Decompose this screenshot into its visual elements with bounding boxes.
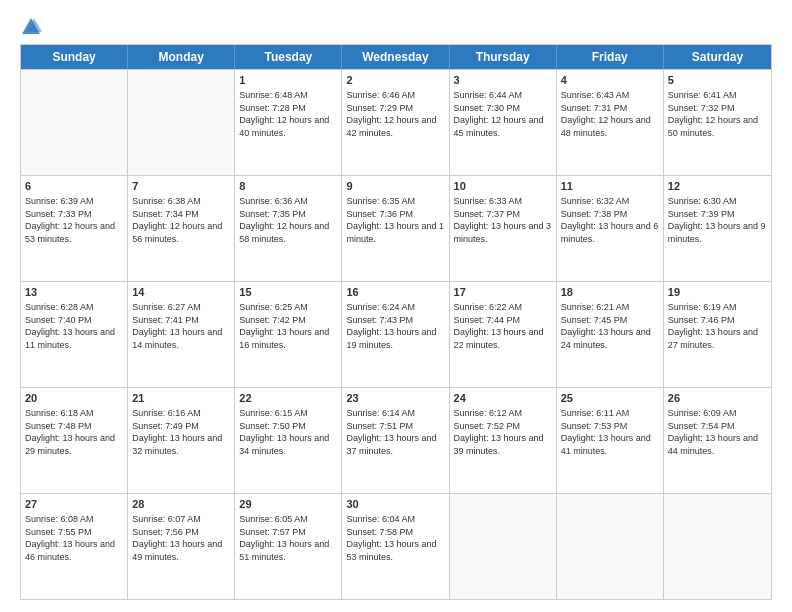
day-info: Sunrise: 6:24 AM Sunset: 7:43 PM Dayligh… [346,302,436,350]
day-number: 14 [132,285,230,300]
cal-cell: 14Sunrise: 6:27 AM Sunset: 7:41 PM Dayli… [128,282,235,387]
day-number: 20 [25,391,123,406]
day-number: 9 [346,179,444,194]
day-info: Sunrise: 6:41 AM Sunset: 7:32 PM Dayligh… [668,90,758,138]
cal-cell: 12Sunrise: 6:30 AM Sunset: 7:39 PM Dayli… [664,176,771,281]
cal-cell: 30Sunrise: 6:04 AM Sunset: 7:58 PM Dayli… [342,494,449,599]
day-info: Sunrise: 6:07 AM Sunset: 7:56 PM Dayligh… [132,514,222,562]
logo-icon [20,16,42,38]
cal-cell: 20Sunrise: 6:18 AM Sunset: 7:48 PM Dayli… [21,388,128,493]
day-info: Sunrise: 6:22 AM Sunset: 7:44 PM Dayligh… [454,302,544,350]
day-info: Sunrise: 6:15 AM Sunset: 7:50 PM Dayligh… [239,408,329,456]
day-info: Sunrise: 6:46 AM Sunset: 7:29 PM Dayligh… [346,90,436,138]
cal-cell: 22Sunrise: 6:15 AM Sunset: 7:50 PM Dayli… [235,388,342,493]
day-number: 22 [239,391,337,406]
cal-cell: 17Sunrise: 6:22 AM Sunset: 7:44 PM Dayli… [450,282,557,387]
day-number: 21 [132,391,230,406]
day-number: 30 [346,497,444,512]
cal-cell: 11Sunrise: 6:32 AM Sunset: 7:38 PM Dayli… [557,176,664,281]
cal-cell: 10Sunrise: 6:33 AM Sunset: 7:37 PM Dayli… [450,176,557,281]
cal-cell: 9Sunrise: 6:35 AM Sunset: 7:36 PM Daylig… [342,176,449,281]
cal-cell: 18Sunrise: 6:21 AM Sunset: 7:45 PM Dayli… [557,282,664,387]
week-row-2: 6Sunrise: 6:39 AM Sunset: 7:33 PM Daylig… [21,175,771,281]
cal-cell: 15Sunrise: 6:25 AM Sunset: 7:42 PM Dayli… [235,282,342,387]
day-header-tuesday: Tuesday [235,45,342,69]
day-number: 3 [454,73,552,88]
cal-cell: 2Sunrise: 6:46 AM Sunset: 7:29 PM Daylig… [342,70,449,175]
day-header-friday: Friday [557,45,664,69]
logo [20,16,42,34]
day-info: Sunrise: 6:48 AM Sunset: 7:28 PM Dayligh… [239,90,329,138]
day-info: Sunrise: 6:05 AM Sunset: 7:57 PM Dayligh… [239,514,329,562]
day-info: Sunrise: 6:32 AM Sunset: 7:38 PM Dayligh… [561,196,659,244]
cal-cell: 3Sunrise: 6:44 AM Sunset: 7:30 PM Daylig… [450,70,557,175]
day-info: Sunrise: 6:16 AM Sunset: 7:49 PM Dayligh… [132,408,222,456]
calendar-header-row: SundayMondayTuesdayWednesdayThursdayFrid… [21,45,771,69]
day-info: Sunrise: 6:27 AM Sunset: 7:41 PM Dayligh… [132,302,222,350]
day-number: 2 [346,73,444,88]
day-info: Sunrise: 6:28 AM Sunset: 7:40 PM Dayligh… [25,302,115,350]
cal-cell: 25Sunrise: 6:11 AM Sunset: 7:53 PM Dayli… [557,388,664,493]
cal-cell: 8Sunrise: 6:36 AM Sunset: 7:35 PM Daylig… [235,176,342,281]
day-number: 7 [132,179,230,194]
calendar-body: 1Sunrise: 6:48 AM Sunset: 7:28 PM Daylig… [21,69,771,599]
week-row-3: 13Sunrise: 6:28 AM Sunset: 7:40 PM Dayli… [21,281,771,387]
day-info: Sunrise: 6:14 AM Sunset: 7:51 PM Dayligh… [346,408,436,456]
day-info: Sunrise: 6:43 AM Sunset: 7:31 PM Dayligh… [561,90,651,138]
cal-cell: 7Sunrise: 6:38 AM Sunset: 7:34 PM Daylig… [128,176,235,281]
day-number: 4 [561,73,659,88]
day-info: Sunrise: 6:35 AM Sunset: 7:36 PM Dayligh… [346,196,444,244]
day-info: Sunrise: 6:18 AM Sunset: 7:48 PM Dayligh… [25,408,115,456]
day-number: 23 [346,391,444,406]
day-header-sunday: Sunday [21,45,128,69]
day-header-monday: Monday [128,45,235,69]
day-number: 24 [454,391,552,406]
day-number: 10 [454,179,552,194]
header [20,16,772,34]
day-info: Sunrise: 6:08 AM Sunset: 7:55 PM Dayligh… [25,514,115,562]
week-row-1: 1Sunrise: 6:48 AM Sunset: 7:28 PM Daylig… [21,69,771,175]
day-number: 12 [668,179,767,194]
day-info: Sunrise: 6:09 AM Sunset: 7:54 PM Dayligh… [668,408,758,456]
cal-cell: 26Sunrise: 6:09 AM Sunset: 7:54 PM Dayli… [664,388,771,493]
day-number: 5 [668,73,767,88]
day-number: 1 [239,73,337,88]
day-info: Sunrise: 6:04 AM Sunset: 7:58 PM Dayligh… [346,514,436,562]
page: SundayMondayTuesdayWednesdayThursdayFrid… [0,0,792,612]
day-info: Sunrise: 6:30 AM Sunset: 7:39 PM Dayligh… [668,196,766,244]
day-number: 6 [25,179,123,194]
day-info: Sunrise: 6:33 AM Sunset: 7:37 PM Dayligh… [454,196,552,244]
cal-cell [557,494,664,599]
day-info: Sunrise: 6:11 AM Sunset: 7:53 PM Dayligh… [561,408,651,456]
day-header-wednesday: Wednesday [342,45,449,69]
day-number: 16 [346,285,444,300]
day-info: Sunrise: 6:12 AM Sunset: 7:52 PM Dayligh… [454,408,544,456]
day-number: 19 [668,285,767,300]
cal-cell: 16Sunrise: 6:24 AM Sunset: 7:43 PM Dayli… [342,282,449,387]
cal-cell: 13Sunrise: 6:28 AM Sunset: 7:40 PM Dayli… [21,282,128,387]
week-row-4: 20Sunrise: 6:18 AM Sunset: 7:48 PM Dayli… [21,387,771,493]
day-header-saturday: Saturday [664,45,771,69]
cal-cell: 6Sunrise: 6:39 AM Sunset: 7:33 PM Daylig… [21,176,128,281]
day-number: 15 [239,285,337,300]
cal-cell: 28Sunrise: 6:07 AM Sunset: 7:56 PM Dayli… [128,494,235,599]
cal-cell: 29Sunrise: 6:05 AM Sunset: 7:57 PM Dayli… [235,494,342,599]
day-number: 28 [132,497,230,512]
day-number: 27 [25,497,123,512]
day-info: Sunrise: 6:21 AM Sunset: 7:45 PM Dayligh… [561,302,651,350]
day-info: Sunrise: 6:39 AM Sunset: 7:33 PM Dayligh… [25,196,115,244]
cal-cell [450,494,557,599]
cal-cell [664,494,771,599]
day-info: Sunrise: 6:25 AM Sunset: 7:42 PM Dayligh… [239,302,329,350]
day-number: 29 [239,497,337,512]
day-header-thursday: Thursday [450,45,557,69]
cal-cell: 24Sunrise: 6:12 AM Sunset: 7:52 PM Dayli… [450,388,557,493]
cal-cell: 1Sunrise: 6:48 AM Sunset: 7:28 PM Daylig… [235,70,342,175]
day-number: 8 [239,179,337,194]
day-number: 25 [561,391,659,406]
cal-cell: 5Sunrise: 6:41 AM Sunset: 7:32 PM Daylig… [664,70,771,175]
day-info: Sunrise: 6:38 AM Sunset: 7:34 PM Dayligh… [132,196,222,244]
day-info: Sunrise: 6:19 AM Sunset: 7:46 PM Dayligh… [668,302,758,350]
day-number: 18 [561,285,659,300]
cal-cell: 27Sunrise: 6:08 AM Sunset: 7:55 PM Dayli… [21,494,128,599]
